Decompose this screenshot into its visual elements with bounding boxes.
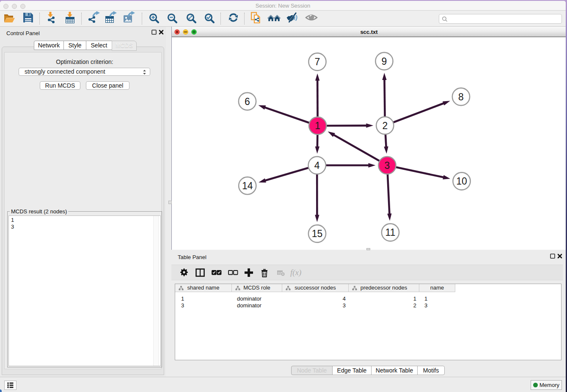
svg-text:2: 2	[382, 120, 388, 131]
svg-text:11: 11	[385, 227, 396, 238]
svg-text:3: 3	[385, 160, 390, 171]
svg-text:10: 10	[456, 176, 467, 187]
svg-text:9: 9	[382, 56, 387, 67]
svg-text:f(x): f(x)	[290, 268, 301, 277]
svg-text:1: 1	[315, 120, 320, 131]
svg-text:14: 14	[242, 180, 253, 191]
svg-text:7: 7	[315, 56, 320, 67]
svg-text:4: 4	[314, 160, 320, 171]
svg-text:8: 8	[458, 91, 464, 102]
svg-text:6: 6	[245, 96, 250, 107]
svg-text:15: 15	[312, 228, 323, 239]
